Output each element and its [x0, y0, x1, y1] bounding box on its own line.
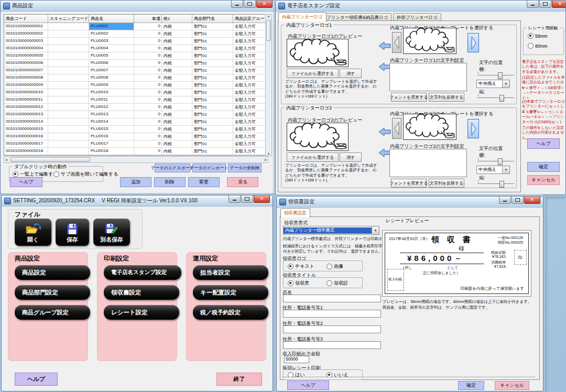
table-row[interactable]: 0010100000000004PLU00040内税部門01金額入力可: [4, 45, 267, 52]
table-cell[interactable]: 部門01: [192, 148, 233, 155]
slider-thumb[interactable]: [499, 95, 504, 102]
table-row[interactable]: 0010100000000012PLU00120内税部門01金額入力可: [4, 104, 267, 111]
table-cell[interactable]: 0010100000000002: [4, 30, 48, 38]
table-cell[interactable]: 部門01: [192, 74, 233, 82]
table-cell[interactable]: 0010100000000011: [4, 96, 48, 104]
menu-clerk-settings-button[interactable]: 担当者設定: [193, 265, 268, 280]
table-cell[interactable]: PLU0016: [89, 133, 134, 140]
logo1-erase-button[interactable]: 消す: [340, 69, 362, 78]
table-cell[interactable]: 金額入力可: [233, 111, 266, 118]
table-cell[interactable]: 0010100000000005: [4, 52, 48, 60]
table-cell[interactable]: 0: [134, 82, 162, 89]
table-cell[interactable]: 0: [134, 60, 162, 67]
table-cell[interactable]: 部門01: [192, 52, 233, 60]
table-cell[interactable]: 0: [134, 38, 162, 45]
table-row[interactable]: 0010100000000015PLU00150内税部門01金額入力可: [4, 126, 267, 133]
table-row[interactable]: 0010100000000018PLU00180内税部門01金額入力可: [4, 148, 267, 155]
logo2-template-next-button[interactable]: [467, 119, 479, 138]
table-cell[interactable]: 金額入力可: [233, 82, 266, 89]
table-horizontal-scrollbar[interactable]: ◄ ►: [4, 156, 268, 163]
table-cell[interactable]: 部門01: [192, 140, 233, 148]
table-cell[interactable]: 0: [134, 67, 162, 74]
table-vertical-scrollbar[interactable]: ▲ ▼: [265, 14, 272, 156]
logo2-align-select[interactable]: 中央揃え ▼: [476, 166, 510, 174]
table-row[interactable]: 0010100000000011PLU00110内税部門01金額入力可: [4, 96, 267, 104]
logo1-select-file-button[interactable]: ファイルから選択する: [287, 69, 339, 78]
menu-receipt-settings-button[interactable]: 領収書設定: [104, 285, 179, 300]
address2-input[interactable]: [283, 325, 381, 333]
table-cell[interactable]: 部門01: [192, 133, 233, 140]
data-import-button[interactable]: データのインポート: [192, 164, 226, 172]
exit-button[interactable]: 終了: [216, 373, 262, 386]
table-cell[interactable]: PLU0018: [89, 148, 134, 155]
column-header[interactable]: 商品部門名: [192, 15, 233, 23]
table-cell[interactable]: 部門01: [192, 104, 233, 111]
table-cell[interactable]: 内税: [162, 140, 192, 148]
table-cell[interactable]: 内税: [162, 126, 192, 133]
menu-product-department-button[interactable]: 商品部門設定: [15, 285, 90, 300]
table-cell[interactable]: 0010100000000018: [4, 148, 48, 155]
table-cell[interactable]: PLU0013: [89, 111, 134, 118]
table-cell[interactable]: 0: [134, 23, 162, 30]
table-cell[interactable]: 0010100000000006: [4, 60, 48, 67]
table-cell[interactable]: 部門01: [192, 126, 233, 133]
table-cell[interactable]: 内税: [162, 96, 192, 104]
confirm-button[interactable]: 確定: [527, 162, 560, 172]
table-cell[interactable]: 部門01: [192, 30, 233, 38]
table-cell[interactable]: PLU0010: [89, 89, 134, 96]
table-cell[interactable]: 金額入力可: [233, 45, 266, 52]
table-cell[interactable]: 0010100000000012: [4, 104, 48, 111]
scroll-thumb[interactable]: [266, 20, 271, 41]
radio-title-ryoshusho2[interactable]: [326, 280, 332, 286]
save-button[interactable]: 保存: [56, 219, 89, 246]
table-cell[interactable]: 内税: [162, 133, 192, 140]
slider-thumb[interactable]: [498, 158, 503, 165]
column-header[interactable]: 税1: [162, 15, 192, 23]
delete-button[interactable]: 削除: [154, 177, 186, 187]
logo1-align-select[interactable]: 中央揃え ▼: [476, 80, 510, 88]
column-header[interactable]: 単価: [134, 15, 162, 23]
help-button[interactable]: ヘルプ: [287, 380, 329, 390]
tab-internal-printer-logo[interactable]: 内蔵プリンターロゴ: [278, 12, 326, 21]
cancel-button[interactable]: キャンセル: [527, 175, 560, 185]
table-cell[interactable]: 金額入力可: [233, 104, 266, 111]
table-row[interactable]: 0010100000000007PLU00070内税部門01金額入力可: [4, 67, 267, 74]
stamp-window-titlebar[interactable]: 電子店名スタンプ設定 ✕: [276, 1, 565, 12]
maximize-button[interactable]: [539, 1, 551, 8]
table-row[interactable]: 0010100000000010PLU00100内税部門01金額入力可: [4, 89, 267, 96]
table-cell[interactable]: 部門01: [192, 38, 233, 45]
table-cell[interactable]: 0010100000000017: [4, 140, 48, 148]
table-cell[interactable]: 金額入力可: [233, 133, 266, 140]
maximize-button[interactable]: [511, 197, 524, 204]
table-cell[interactable]: 部門01: [192, 82, 233, 89]
table-cell[interactable]: [48, 30, 89, 38]
receipt-format-select[interactable]: 内蔵プリンター標準書式 ▼: [283, 226, 379, 235]
logo2-select-file-button[interactable]: ファイルから選択する: [287, 153, 339, 162]
table-cell[interactable]: 金額入力可: [233, 148, 266, 155]
table-cell[interactable]: 内税: [162, 89, 192, 96]
minimize-button[interactable]: [499, 197, 511, 204]
table-cell[interactable]: 金額入力可: [233, 52, 266, 60]
table-row[interactable]: 0010100000000009PLU00090内税部門01金額入力可: [4, 82, 267, 89]
logo1-text-input[interactable]: [389, 63, 467, 91]
table-cell[interactable]: PLU0007: [89, 67, 134, 74]
menu-key-layout-button[interactable]: キー配置設定: [193, 285, 268, 300]
table-cell[interactable]: PLU0015: [89, 126, 134, 133]
table-cell[interactable]: 0: [134, 45, 162, 52]
add-button[interactable]: 追加: [120, 177, 151, 187]
menu-tax-settings-button[interactable]: 税／税予約設定: [193, 305, 268, 320]
table-cell[interactable]: [48, 96, 89, 104]
table-cell[interactable]: 部門01: [192, 118, 233, 126]
table-cell[interactable]: 内税: [162, 111, 192, 118]
table-cell[interactable]: 内税: [162, 52, 192, 60]
logo1-template-next-button[interactable]: [467, 33, 479, 52]
table-row[interactable]: 0010100000000016PLU00160内税部門01金額入力可: [4, 133, 267, 140]
table-cell[interactable]: [48, 67, 89, 74]
table-cell[interactable]: 金額入力可: [233, 89, 266, 96]
logo1-horizontal-slider[interactable]: [477, 71, 514, 78]
radio-edit-in-list[interactable]: [13, 171, 18, 177]
logo1-template-prev-button[interactable]: [392, 32, 401, 53]
table-cell[interactable]: 金額入力可: [233, 60, 266, 67]
table-cell[interactable]: [48, 104, 89, 111]
table-cell[interactable]: [48, 133, 89, 140]
